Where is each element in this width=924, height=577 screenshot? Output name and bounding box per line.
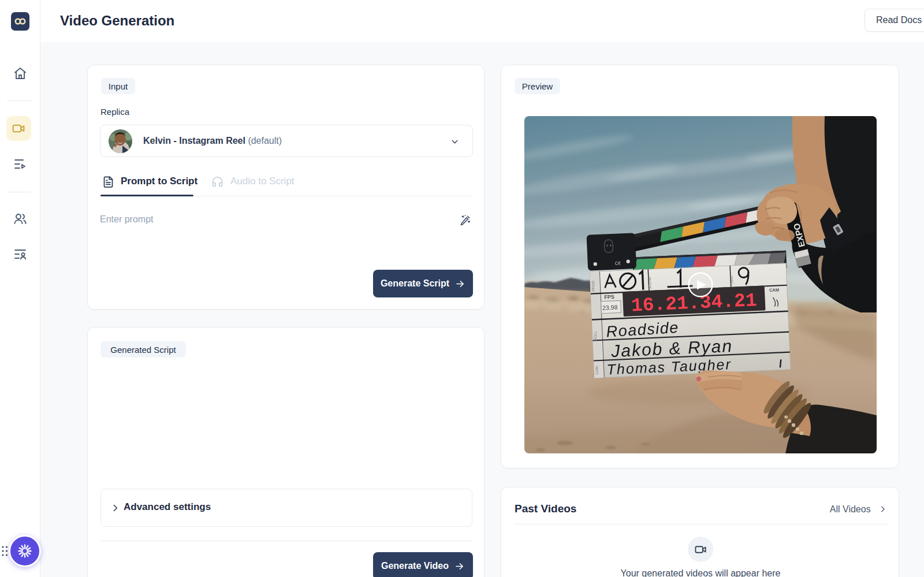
svg-text:SCENE: SCENE — [647, 276, 652, 289]
svg-text:FPS: FPS — [604, 294, 614, 300]
svg-text:CAM: CAM — [769, 287, 779, 293]
svg-text:CAM: CAM — [594, 366, 599, 375]
svg-text:23.98: 23.98 — [602, 304, 618, 311]
svg-text:C€: C€ — [615, 260, 621, 266]
svg-text:ROLL: ROLL — [593, 331, 598, 341]
svg-text:TAKE: TAKE — [729, 276, 734, 285]
svg-text:PROD: PROD — [591, 280, 595, 291]
